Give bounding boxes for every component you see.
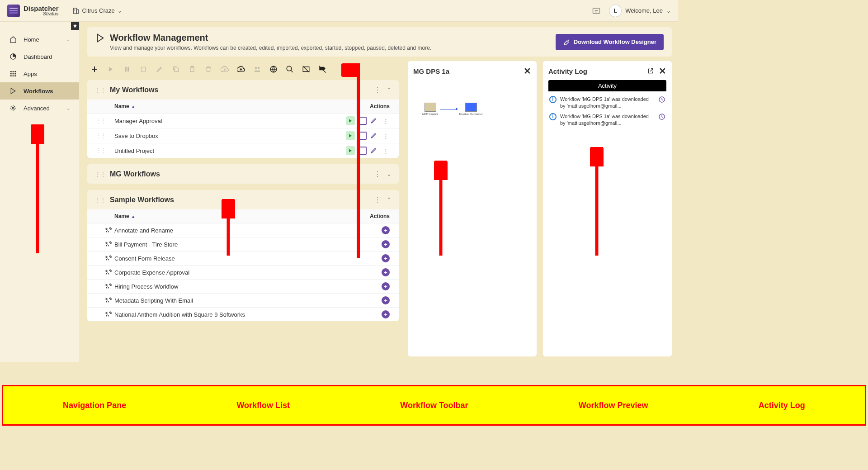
- svg-point-25: [255, 67, 257, 69]
- drag-handle-icon[interactable]: ⋮⋮: [94, 171, 105, 178]
- workflow-row[interactable]: National Anthem Audition with Square 9 S…: [87, 307, 399, 321]
- group-header[interactable]: ⋮⋮ Sample Workflows ⋮ ⌃: [87, 190, 399, 209]
- group-header[interactable]: ⋮⋮ MG Workflows ⋮ ⌄: [87, 164, 399, 184]
- workflow-name: Corporate Expense Approval: [114, 269, 382, 276]
- sample-icon: [103, 226, 114, 234]
- stop-button[interactable]: [359, 117, 367, 125]
- activity-log-title: Activity Log: [548, 67, 587, 75]
- workflow-row[interactable]: Consent Form Release +: [87, 251, 399, 265]
- logo-icon: [7, 5, 20, 17]
- sort-asc-icon[interactable]: ▲: [131, 214, 136, 219]
- chevron-up-icon[interactable]: ⌃: [387, 196, 392, 203]
- chevron-up-icon[interactable]: ⌃: [387, 86, 392, 93]
- add-sample-button[interactable]: +: [382, 282, 390, 290]
- svg-rect-0: [9, 8, 18, 9]
- workflow-row[interactable]: Bill Payment - Tire Store +: [87, 237, 399, 251]
- stop-button[interactable]: [359, 132, 367, 140]
- brand-logo: Dispatcher Stratus: [7, 5, 59, 17]
- add-sample-button[interactable]: +: [382, 226, 390, 234]
- page-header: Workflow Management View and manage your…: [87, 27, 672, 57]
- play-button[interactable]: [346, 146, 355, 155]
- sidebar-item-workflows[interactable]: Workflows: [0, 82, 79, 100]
- row-menu-button[interactable]: ⋮: [382, 133, 390, 139]
- group-menu-button[interactable]: ⋮: [374, 170, 381, 178]
- paste-button[interactable]: [188, 65, 197, 74]
- sidebar-item-advanced[interactable]: Advanced ⌄: [0, 100, 79, 117]
- add-button[interactable]: [90, 65, 99, 74]
- svg-rect-13: [13, 73, 14, 75]
- group-header[interactable]: ⋮⋮ My Workflows ⋮ ⌃: [87, 80, 399, 100]
- svg-point-34: [106, 285, 107, 286]
- pin-sidebar-button[interactable]: [71, 22, 79, 30]
- workflow-row[interactable]: Corporate Expense Approval +: [87, 265, 399, 279]
- edit-button[interactable]: [370, 147, 378, 155]
- svg-point-26: [258, 67, 260, 69]
- import-button[interactable]: [220, 65, 229, 74]
- close-icon[interactable]: ✕: [659, 66, 666, 76]
- drag-handle-icon[interactable]: ⋮⋮: [95, 147, 103, 154]
- hide-preview-button[interactable]: [302, 65, 311, 74]
- chevron-down-icon: ⌄: [66, 106, 70, 111]
- sort-asc-icon[interactable]: ▲: [131, 104, 136, 109]
- delete-button[interactable]: [204, 65, 213, 74]
- close-icon[interactable]: ✕: [524, 66, 531, 76]
- sample-icon: [103, 282, 114, 290]
- stop-button[interactable]: [139, 65, 148, 74]
- chevron-down-icon[interactable]: ⌄: [387, 171, 392, 177]
- workflow-row[interactable]: Metadata Scripting With Email +: [87, 293, 399, 307]
- add-sample-button[interactable]: +: [382, 310, 390, 318]
- drag-handle-icon[interactable]: ⋮⋮: [94, 86, 105, 94]
- tenant-switcher[interactable]: Citrus Craze ⌄: [68, 5, 127, 17]
- hide-log-button[interactable]: [318, 65, 327, 74]
- edit-button[interactable]: [370, 117, 378, 125]
- stop-button[interactable]: [359, 147, 367, 155]
- group-menu-button[interactable]: ⋮: [374, 195, 381, 204]
- add-sample-button[interactable]: +: [382, 296, 390, 304]
- svg-rect-2: [9, 12, 18, 14]
- edit-button[interactable]: [370, 132, 378, 140]
- info-icon: i: [549, 96, 557, 103]
- pause-button[interactable]: [123, 65, 132, 74]
- workflow-preview-panel: MG DPS 1a ✕ MFP Capture Dropbox Connecto…: [408, 61, 537, 356]
- svg-rect-4: [76, 9, 78, 14]
- workflow-row[interactable]: ⋮⋮ Untitled Project ⋮: [87, 143, 399, 158]
- play-button[interactable]: [346, 116, 355, 125]
- user-menu[interactable]: L Welcome, Lee ⌄: [609, 5, 671, 17]
- add-sample-button[interactable]: +: [382, 240, 390, 248]
- sidebar-item-apps[interactable]: Apps: [0, 65, 79, 82]
- workflow-row[interactable]: ⋮⋮ Manager Approval ⋮: [87, 114, 399, 128]
- row-menu-button[interactable]: ⋮: [382, 147, 390, 154]
- workflow-toolbar: [87, 61, 401, 80]
- notifications-icon[interactable]: [592, 6, 601, 15]
- workflow-row[interactable]: Annotate and Rename +: [87, 223, 399, 237]
- group-menu-button[interactable]: ⋮: [374, 85, 381, 94]
- export-button[interactable]: [236, 65, 245, 74]
- svg-rect-16: [13, 75, 14, 76]
- share-button[interactable]: [253, 65, 262, 74]
- workflow-row[interactable]: ⋮⋮ Save to Dropbox ⋮: [87, 128, 399, 143]
- drag-handle-icon[interactable]: ⋮⋮: [95, 133, 103, 139]
- play-button[interactable]: [346, 131, 355, 140]
- workflow-name: Metadata Scripting With Email: [114, 297, 382, 304]
- preview-canvas[interactable]: MFP Capture Dropbox Connector: [413, 80, 531, 352]
- download-designer-button[interactable]: Download Workflow Designer: [556, 34, 664, 50]
- svg-point-36: [106, 313, 107, 314]
- svg-rect-9: [10, 71, 12, 72]
- drag-handle-icon[interactable]: ⋮⋮: [95, 118, 103, 124]
- svg-rect-20: [127, 67, 129, 72]
- edit-button[interactable]: [155, 65, 164, 74]
- workflow-name: National Anthem Audition with Square 9 S…: [114, 311, 382, 318]
- add-sample-button[interactable]: +: [382, 254, 390, 262]
- sidebar-item-home[interactable]: Home ⌄: [0, 31, 79, 48]
- activity-tab[interactable]: Activity: [548, 80, 666, 91]
- globe-button[interactable]: [269, 65, 278, 74]
- play-button[interactable]: [106, 65, 115, 74]
- sidebar-item-dashboard[interactable]: Dashboard: [0, 48, 79, 65]
- drag-handle-icon[interactable]: ⋮⋮: [94, 196, 105, 204]
- add-sample-button[interactable]: +: [382, 268, 390, 276]
- copy-button[interactable]: [171, 65, 180, 74]
- workflow-row[interactable]: Hiring Process Workflow +: [87, 279, 399, 293]
- popout-icon[interactable]: [647, 67, 654, 75]
- row-menu-button[interactable]: ⋮: [382, 118, 390, 124]
- search-button[interactable]: [285, 65, 294, 74]
